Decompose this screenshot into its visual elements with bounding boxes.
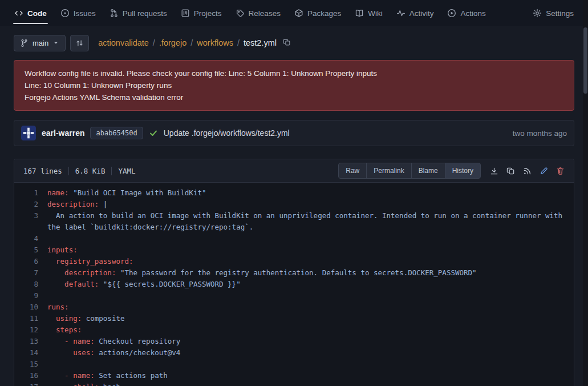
file-box: 167 lines 6.8 KiB YAML RawPermalinkBlame… (14, 159, 574, 386)
code-line: 12 steps: (14, 324, 574, 336)
line-content: - name: Set actions path (47, 370, 574, 381)
error-line: Workflow config file is invalid. Please … (25, 67, 563, 79)
line-number[interactable]: 1 (14, 187, 47, 199)
line-content: description: | (47, 199, 574, 210)
error-banner: Workflow config file is invalid. Please … (14, 60, 574, 111)
line-content: An action to build an OCI image with Bui… (47, 210, 574, 233)
tab-label: Pull requests (123, 9, 167, 18)
divider (68, 167, 69, 175)
code-line: 4 (14, 233, 574, 244)
line-number[interactable]: 12 (14, 324, 47, 336)
commit-author[interactable]: earl-warren (42, 128, 84, 138)
code-line: 14 uses: actions/checkout@v4 (14, 347, 574, 359)
git-compare-icon (75, 39, 84, 47)
pull-request-icon (110, 9, 119, 18)
line-number[interactable]: 7 (14, 267, 47, 279)
git-branch-icon (20, 39, 29, 47)
book-icon (355, 9, 364, 18)
breadcrumb-link[interactable]: workflows (197, 38, 233, 47)
tab-settings[interactable]: Settings (526, 0, 580, 26)
copy-icon (506, 167, 515, 175)
tab-pull-requests[interactable]: Pull requests (103, 0, 173, 26)
raw-button[interactable]: Raw (338, 163, 367, 179)
scrollbar-thumb[interactable] (583, 27, 587, 94)
line-content: name: "Build OCI Image with BuildKit" (47, 187, 574, 199)
line-number[interactable]: 15 (14, 359, 47, 370)
line-number[interactable]: 16 (14, 370, 47, 381)
project-icon (181, 9, 190, 18)
pulse-icon (396, 9, 405, 18)
line-number[interactable]: 4 (14, 233, 47, 244)
tab-label: Projects (194, 9, 222, 18)
commit-time: two months ago (513, 129, 567, 138)
tab-code[interactable]: Code (8, 0, 53, 26)
code-line: 10runs: (14, 301, 574, 313)
pencil-icon (540, 167, 548, 175)
commit-bar: earl-warren abab65450d Update .forgejo/w… (14, 120, 574, 146)
commit-status-check-icon[interactable] (149, 128, 158, 138)
line-number[interactable]: 14 (14, 347, 47, 359)
code-line: 15 (14, 359, 574, 370)
code-line: 1name: "Build OCI Image with BuildKit" (14, 187, 574, 199)
page-scrollbar[interactable] (583, 0, 588, 386)
tab-wiki[interactable]: Wiki (348, 0, 389, 26)
line-number[interactable]: 2 (14, 199, 47, 210)
tab-projects[interactable]: Projects (175, 0, 228, 26)
line-number[interactable]: 8 (14, 279, 47, 290)
tab-packages[interactable]: Packages (288, 0, 347, 26)
code-line: 11 using: composite (14, 313, 574, 324)
history-button[interactable]: History (445, 163, 481, 179)
breadcrumb-separator: / (237, 38, 240, 47)
commit-message[interactable]: Update .forgejo/workflows/test2.yml (164, 128, 290, 138)
code-line: 6 registry_password: (14, 256, 574, 267)
tab-releases[interactable]: Releases (229, 0, 287, 26)
code-view: 1name: "Build OCI Image with BuildKit"2d… (14, 183, 574, 386)
line-number[interactable]: 11 (14, 313, 47, 324)
blame-button[interactable]: Blame (411, 163, 445, 179)
tab-issues[interactable]: Issues (54, 0, 102, 26)
line-number[interactable]: 5 (14, 244, 47, 256)
line-content: shell: bash (47, 381, 574, 386)
line-number[interactable]: 9 (14, 290, 47, 301)
line-content (47, 290, 574, 301)
branch-selector[interactable]: main (14, 35, 66, 51)
line-content: runs: (47, 301, 574, 313)
permalink-button[interactable]: Permalink (366, 163, 411, 179)
breadcrumb-link[interactable]: actionvalidate (98, 38, 149, 47)
code-line: 3 An action to build an OCI image with B… (14, 210, 574, 233)
breadcrumb-link[interactable]: .forgejo (159, 38, 186, 47)
line-number[interactable]: 10 (14, 301, 47, 313)
code-line: 7 description: "The password for the reg… (14, 267, 574, 279)
repo-tabs: CodeIssuesPull requestsProjectsReleasesP… (0, 0, 588, 26)
avatar[interactable] (21, 126, 36, 140)
feed-button[interactable] (520, 164, 535, 178)
line-content: - name: Checkout repository (47, 336, 574, 347)
line-number[interactable]: 17 (14, 381, 47, 386)
tab-label: Actions (460, 9, 485, 18)
code-line: 17 shell: bash (14, 381, 574, 386)
tab-activity[interactable]: Activity (390, 0, 440, 26)
file-lines-count: 167 lines (23, 167, 62, 175)
copy-content-button[interactable] (503, 164, 518, 178)
file-meta: 167 lines 6.8 KiB YAML (20, 167, 136, 175)
copy-path-button[interactable] (281, 37, 293, 50)
download-button[interactable] (486, 164, 502, 178)
delete-button[interactable] (553, 164, 568, 178)
play-icon (447, 9, 456, 18)
line-number[interactable]: 13 (14, 336, 47, 347)
line-number[interactable]: 6 (14, 256, 47, 267)
commit-hash-badge[interactable]: abab65450d (90, 127, 143, 139)
copy-icon (283, 38, 291, 48)
compare-button[interactable] (70, 35, 89, 51)
code-line: 5inputs: (14, 244, 574, 256)
tab-actions[interactable]: Actions (441, 0, 492, 26)
edit-button[interactable] (536, 164, 551, 178)
breadcrumb-separator: / (190, 38, 193, 47)
line-number[interactable]: 3 (14, 210, 47, 233)
line-content (47, 359, 574, 370)
line-content: description: "The password for the regis… (47, 267, 574, 279)
code-line: 2description: | (14, 199, 574, 210)
line-content: registry_password: (47, 256, 574, 267)
line-content: uses: actions/checkout@v4 (47, 347, 574, 359)
trash-icon (556, 167, 565, 175)
